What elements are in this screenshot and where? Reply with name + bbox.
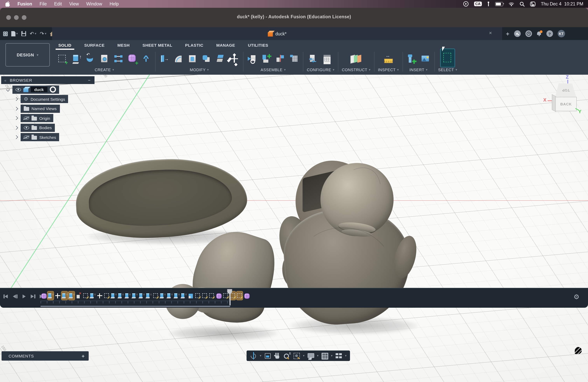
input-source-badge[interactable]: CA bbox=[474, 1, 482, 6]
timeline-feature-extrude-selected[interactable] bbox=[62, 291, 68, 300]
menubar-clock[interactable]: Thu Dec 410:21 PM bbox=[541, 1, 583, 6]
measure-icon[interactable] bbox=[383, 53, 394, 64]
timeline-feature-extrude[interactable] bbox=[173, 291, 180, 300]
hole-icon[interactable] bbox=[99, 53, 110, 64]
combine-icon[interactable] bbox=[201, 53, 211, 64]
timeline-feature-form[interactable] bbox=[243, 291, 250, 300]
create-form-icon[interactable] bbox=[127, 53, 138, 64]
timeline-feature-delete[interactable] bbox=[75, 291, 82, 300]
step-back-button[interactable] bbox=[12, 294, 18, 299]
create-sketch-icon[interactable] bbox=[57, 53, 68, 64]
insert-fastener-icon[interactable] bbox=[406, 53, 417, 64]
group-label-modify[interactable]: MODIFY▾ bbox=[190, 67, 209, 73]
layout-grid-tool-icon[interactable] bbox=[321, 352, 329, 360]
new-document-tab-button[interactable]: + bbox=[506, 30, 509, 37]
extrude-icon[interactable] bbox=[71, 53, 82, 64]
timeline-feature-sketch[interactable] bbox=[209, 291, 215, 300]
model-viewport[interactable]: 250150100500150 bbox=[0, 75, 588, 382]
shell-icon[interactable] bbox=[187, 53, 198, 64]
configuration-icon[interactable] bbox=[308, 53, 319, 64]
extensions-icon[interactable] bbox=[514, 30, 521, 37]
menu-item-file[interactable]: File bbox=[40, 1, 47, 6]
timeline-feature-extrude-selected[interactable] bbox=[47, 291, 54, 300]
document-tab[interactable]: duck* bbox=[268, 27, 287, 40]
select-tool-active[interactable] bbox=[440, 49, 455, 67]
zoom-tool-icon[interactable] bbox=[283, 352, 291, 360]
ribbon-tab-solid[interactable]: SOLID bbox=[58, 42, 71, 50]
ribbon-tab-plastic[interactable]: PLASTIC bbox=[185, 42, 203, 50]
timeline-feature-extrude[interactable] bbox=[110, 291, 117, 300]
chevron-down-icon[interactable]: ▾ bbox=[331, 354, 333, 358]
step-forward-button[interactable] bbox=[30, 294, 36, 299]
browser-row-origin[interactable]: Origin bbox=[1, 114, 94, 122]
eye-off-icon[interactable] bbox=[24, 135, 29, 139]
eye-off-icon[interactable] bbox=[24, 116, 29, 120]
battery-icon[interactable] bbox=[495, 2, 503, 6]
configuration-table-icon[interactable] bbox=[322, 53, 333, 64]
undo-button[interactable]: ↶▾ bbox=[30, 31, 36, 36]
timeline-feature-sketch[interactable] bbox=[152, 291, 159, 300]
chevron-right-icon[interactable] bbox=[14, 97, 18, 101]
eye-icon[interactable] bbox=[24, 126, 29, 129]
timeline-feature-split[interactable] bbox=[188, 291, 194, 300]
construction-planes-icon[interactable] bbox=[350, 53, 363, 64]
assistant-bubble-icon[interactable] bbox=[575, 347, 582, 354]
menu-item-window[interactable]: Window bbox=[86, 1, 102, 6]
chevron-down-icon[interactable]: ▾ bbox=[317, 354, 318, 358]
new-component-icon[interactable] bbox=[261, 53, 272, 64]
timeline-feature-extrude[interactable] bbox=[89, 291, 96, 300]
control-center-icon[interactable] bbox=[530, 1, 535, 6]
browser-item-label[interactable]: duck bbox=[31, 87, 47, 92]
close-tab-button[interactable]: × bbox=[489, 30, 492, 36]
chevron-down-icon[interactable] bbox=[6, 87, 10, 91]
insert-canvas-icon[interactable] bbox=[420, 53, 431, 64]
fillet-icon[interactable] bbox=[173, 53, 184, 64]
job-status-icon[interactable] bbox=[525, 30, 532, 37]
menu-item-help[interactable]: Help bbox=[109, 1, 119, 6]
timeline-feature-form[interactable] bbox=[41, 291, 47, 300]
save-button[interactable] bbox=[21, 31, 26, 36]
timeline-feature-extrude[interactable] bbox=[167, 291, 173, 300]
timeline-feature-sketch[interactable] bbox=[83, 291, 89, 300]
viewports-tool-icon[interactable] bbox=[335, 352, 343, 360]
timeline-feature-move[interactable] bbox=[96, 291, 103, 300]
look-at-tool-icon[interactable] bbox=[264, 352, 272, 360]
beak-body[interactable] bbox=[163, 230, 280, 342]
timeline-feature-sketch[interactable] bbox=[194, 291, 201, 300]
browser-row-named-views[interactable]: Named Views bbox=[1, 105, 94, 113]
timeline-feature-extrude[interactable] bbox=[180, 291, 187, 300]
minimize-panel-icon[interactable]: − bbox=[88, 78, 91, 83]
timeline-feature-sketch[interactable] bbox=[201, 291, 208, 300]
play-button[interactable] bbox=[21, 294, 27, 299]
wifi-icon[interactable] bbox=[508, 2, 514, 6]
add-comment-button[interactable]: + bbox=[82, 353, 85, 359]
browser-row-sketches[interactable]: Sketches bbox=[1, 133, 94, 141]
help-icon[interactable]: ? bbox=[546, 30, 553, 37]
browser-item-label[interactable]: Sketches bbox=[39, 135, 56, 139]
eye-icon[interactable] bbox=[16, 88, 21, 91]
browser-item-label[interactable]: Bodies bbox=[39, 125, 52, 130]
group-label-inspect[interactable]: INSPECT▾ bbox=[378, 67, 399, 73]
select-window-icon[interactable] bbox=[442, 51, 453, 64]
joint-icon[interactable] bbox=[275, 53, 285, 64]
ribbon-tab-surface[interactable]: SURFACE bbox=[84, 42, 105, 50]
ribbon-tab-utilities[interactable]: UTILITIES bbox=[248, 42, 268, 50]
press-pull-icon[interactable] bbox=[159, 53, 169, 64]
screen-mirroring-icon[interactable] bbox=[463, 1, 469, 7]
generative-design-icon[interactable] bbox=[141, 53, 152, 64]
timeline-settings-gear-icon[interactable]: ⚙ bbox=[574, 293, 580, 301]
activate-component-icon[interactable] bbox=[50, 86, 56, 93]
timeline-scrollbar[interactable] bbox=[41, 306, 230, 307]
chevron-down-icon[interactable]: ▾ bbox=[260, 354, 261, 358]
pan-tool-icon[interactable] bbox=[273, 352, 281, 360]
user-avatar[interactable]: KT bbox=[558, 30, 565, 37]
browser-row-bodies[interactable]: Bodies bbox=[1, 124, 94, 132]
menu-item-edit[interactable]: Edit bbox=[54, 1, 62, 6]
offset-face-icon[interactable] bbox=[215, 53, 226, 64]
timeline-feature-extrude[interactable] bbox=[125, 291, 131, 300]
collapse-panel-icon[interactable]: « bbox=[4, 78, 7, 82]
apple-menu-icon[interactable] bbox=[5, 1, 10, 7]
browser-header[interactable]: « BROWSER − bbox=[1, 76, 94, 84]
viewcube-top-face[interactable]: TOP bbox=[555, 83, 576, 97]
timeline-feature-extrude[interactable] bbox=[131, 291, 138, 300]
